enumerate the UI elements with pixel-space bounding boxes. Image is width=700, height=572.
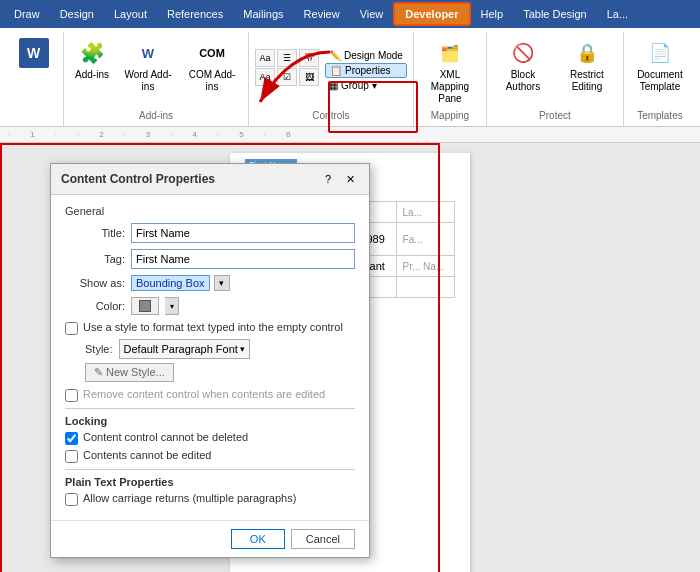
dialog-content-control-properties: Content Control Properties ? ✕ General T… xyxy=(50,163,370,558)
section-divider-1 xyxy=(65,408,355,409)
block-authors-label: Block Authors xyxy=(498,69,548,93)
tab-draw[interactable]: Draw xyxy=(4,4,50,24)
style-field-label: Style: xyxy=(85,343,113,355)
dialog-window-controls: ? ✕ xyxy=(319,170,359,188)
tab-references[interactable]: References xyxy=(157,4,233,24)
tab-mailings[interactable]: Mailings xyxy=(233,4,293,24)
color-picker-button[interactable] xyxy=(131,297,159,315)
title-row: Title: xyxy=(65,223,355,243)
row3-extra: Pr... Na... xyxy=(396,256,454,277)
dialog-body: General Title: Tag: Show as: Bounding Bo… xyxy=(51,195,369,520)
com-addins-icon: COM xyxy=(196,37,228,69)
ok-button[interactable]: OK xyxy=(231,529,285,549)
show-as-select: Bounding Box ▾ xyxy=(131,275,230,291)
dialog-help-button[interactable]: ? xyxy=(319,170,337,188)
use-style-row: Use a style to format text typed into th… xyxy=(65,321,355,335)
use-style-checkbox[interactable] xyxy=(65,322,78,335)
remove-control-row: Remove content control when contents are… xyxy=(65,388,355,402)
xml-mapping-label: XML Mapping Pane xyxy=(425,69,475,105)
ctrl-icon-4[interactable]: ☑ xyxy=(277,68,297,86)
allow-carriage-checkbox[interactable] xyxy=(65,493,78,506)
general-label: General xyxy=(65,205,355,217)
ribbon-group-controls: Aa Aa ☰ ☑ 📅 🖼 ✏️ Design Mode xyxy=(249,32,414,126)
tab-help[interactable]: Help xyxy=(471,4,514,24)
xml-mapping-icon: 🗂️ xyxy=(434,37,466,69)
row4-extra xyxy=(396,277,454,298)
dialog-title-bar: Content Control Properties ? ✕ xyxy=(51,164,369,195)
word-addins-label: Word Add-ins xyxy=(123,69,173,93)
com-addins-label: COM Add-ins xyxy=(187,69,237,93)
controls-icons-row: Aa Aa ☰ ☑ 📅 🖼 ✏️ Design Mode xyxy=(255,49,407,92)
document-template-icon: 📄 xyxy=(644,37,676,69)
properties-label: Properties xyxy=(345,65,391,76)
ribbon-body: W 🧩 Add-ins W Word Add-ins COM COM Ad xyxy=(0,28,700,127)
cannot-delete-row: Content control cannot be deleted xyxy=(65,431,355,445)
templates-group-label: Templates xyxy=(637,110,683,124)
section-divider-2 xyxy=(65,469,355,470)
addins-icon: 🧩 xyxy=(76,37,108,69)
word-addins-icon: W xyxy=(132,37,164,69)
show-as-label: Show as: xyxy=(65,277,125,289)
cannot-delete-label: Content control cannot be deleted xyxy=(83,431,248,443)
tag-input[interactable] xyxy=(131,249,355,269)
ctrl-icon-3[interactable]: ☰ xyxy=(277,49,297,67)
restrict-editing-button[interactable]: 🔒 Restrict Editing xyxy=(557,34,617,96)
dialog-close-button[interactable]: ✕ xyxy=(341,170,359,188)
locking-label: Locking xyxy=(65,415,355,427)
properties-icon: 📋 xyxy=(330,65,342,76)
word-logo: W xyxy=(12,34,56,72)
style-row: Style: Default Paragraph Font ▾ xyxy=(85,339,355,359)
group-icon: ▦ xyxy=(329,80,338,91)
restrict-editing-label: Restrict Editing xyxy=(562,69,612,93)
com-addins-button[interactable]: COM COM Add-ins xyxy=(182,34,242,96)
group-button[interactable]: ▦ Group ▾ xyxy=(325,79,407,92)
remove-control-label: Remove content control when contents are… xyxy=(83,388,325,400)
tab-table-design[interactable]: Table Design xyxy=(513,4,597,24)
allow-carriage-row: Allow carriage returns (multiple paragra… xyxy=(65,492,355,506)
style-select[interactable]: Default Paragraph Font ▾ xyxy=(119,339,250,359)
style-value: Default Paragraph Font xyxy=(124,343,238,355)
color-swatch xyxy=(139,300,151,312)
ribbon-group-protect: 🚫 Block Authors 🔒 Restrict Editing Prote… xyxy=(487,32,624,126)
use-style-checkbox-label: Use a style to format text typed into th… xyxy=(83,321,343,333)
allow-carriage-label: Allow carriage returns (multiple paragra… xyxy=(83,492,296,504)
ribbon-group-mapping: 🗂️ XML Mapping Pane Mapping xyxy=(414,32,487,126)
ctrl-icon-5[interactable]: 📅 xyxy=(299,49,319,67)
cancel-button[interactable]: Cancel xyxy=(291,529,355,549)
cannot-edit-row: Contents cannot be edited xyxy=(65,449,355,463)
tab-layout[interactable]: Layout xyxy=(104,4,157,24)
document-template-button[interactable]: 📄 Document Template xyxy=(630,34,690,96)
tab-la[interactable]: La... xyxy=(597,4,638,24)
tab-developer[interactable]: Developer xyxy=(393,2,470,26)
tag-row: Tag: xyxy=(65,249,355,269)
new-style-button[interactable]: ✎ New Style... xyxy=(85,363,174,382)
cannot-delete-checkbox[interactable] xyxy=(65,432,78,445)
title-field-label: Title: xyxy=(65,227,125,239)
show-as-dropdown-button[interactable]: ▾ xyxy=(214,275,230,291)
design-mode-button[interactable]: ✏️ Design Mode xyxy=(325,49,407,62)
ctrl-icon-1[interactable]: Aa xyxy=(255,49,275,67)
addins-group-label: Add-ins xyxy=(139,110,173,124)
addins-button[interactable]: 🧩 Add-ins xyxy=(70,34,114,84)
properties-button[interactable]: 📋 Properties xyxy=(325,63,407,78)
group-label: Group ▾ xyxy=(341,80,377,91)
ctrl-icon-6[interactable]: 🖼 xyxy=(299,68,319,86)
color-dropdown-button[interactable]: ▾ xyxy=(165,297,179,315)
tab-review[interactable]: Review xyxy=(294,4,350,24)
dialog-footer: OK Cancel xyxy=(51,520,369,557)
show-as-value: Bounding Box xyxy=(131,275,210,291)
tag-field-label: Tag: xyxy=(65,253,125,265)
title-input[interactable] xyxy=(131,223,355,243)
xml-mapping-button[interactable]: 🗂️ XML Mapping Pane xyxy=(420,34,480,108)
ctrl-icon-2[interactable]: Aa xyxy=(255,68,275,86)
mapping-group-label: Mapping xyxy=(431,110,469,124)
word-addins-button[interactable]: W Word Add-ins xyxy=(118,34,178,96)
tab-view[interactable]: View xyxy=(350,4,394,24)
block-authors-button[interactable]: 🚫 Block Authors xyxy=(493,34,553,96)
tab-design[interactable]: Design xyxy=(50,4,104,24)
cannot-edit-checkbox[interactable] xyxy=(65,450,78,463)
protect-group-label: Protect xyxy=(539,110,571,124)
remove-control-checkbox[interactable] xyxy=(65,389,78,402)
row1-extra: La... xyxy=(396,202,454,223)
style-dropdown-arrow: ▾ xyxy=(240,344,245,354)
